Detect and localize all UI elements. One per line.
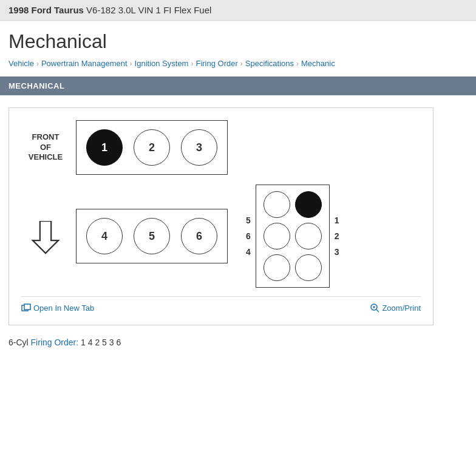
coil-label-1: 1 (335, 215, 339, 225)
svg-marker-0 (33, 221, 58, 253)
vehicle-title-bold: 1998 Ford Taurus (8, 5, 84, 15)
open-in-new-tab-link[interactable]: Open In New Tab (21, 304, 94, 313)
sep-4: › (240, 59, 243, 68)
coil-label-2: 2 (335, 231, 339, 241)
bottom-left-section: 4 5 6 (21, 209, 228, 263)
sep-5: › (296, 59, 299, 68)
coil-labels-left: 5 6 4 (246, 215, 251, 257)
firing-order-value: 1 4 2 5 3 6 (81, 337, 121, 347)
page-content: Mechanical Vehicle › Powertrain Manageme… (0, 21, 476, 68)
coil-circle-5L (264, 191, 290, 218)
svg-line-4 (376, 310, 379, 312)
top-cylinder-row: FRONTOFVEHICLE 1 2 3 (21, 120, 228, 175)
zoom-icon (370, 303, 379, 313)
breadcrumb-specifications[interactable]: Specifications (245, 59, 294, 68)
cylinder-1: 1 (86, 129, 123, 166)
coil-label-5: 5 (246, 215, 251, 225)
cyl-label: 6-Cyl (8, 337, 29, 347)
top-cylinder-box: 1 2 3 (76, 120, 228, 175)
diagram-container: FRONTOFVEHICLE 1 2 3 4 5 6 (8, 107, 433, 325)
section-header: MECHANICAL (0, 76, 476, 95)
breadcrumb-powertrain[interactable]: Powertrain Management (41, 59, 127, 68)
vehicle-title-rest: V6-182 3.0L VIN 1 FI Flex Fuel (84, 5, 211, 15)
page-title: Mechanical (8, 30, 467, 53)
breadcrumb-ignition[interactable]: Ignition System (135, 59, 189, 68)
zoom-print-link[interactable]: Zoom/Print (370, 303, 421, 313)
sep-2: › (130, 59, 132, 68)
cylinder-6: 6 (181, 218, 217, 254)
top-bar: 1998 Ford Taurus V6-182 3.0L VIN 1 FI Fl… (0, 0, 476, 21)
svg-rect-2 (24, 304, 30, 310)
coil-circles-grid (256, 185, 330, 288)
coil-circle-1R (295, 191, 322, 218)
coil-label-3: 3 (335, 247, 339, 257)
coil-circle-3R (295, 254, 322, 281)
diagram-footer: Open In New Tab Zoom/Print (21, 296, 421, 313)
breadcrumb-vehicle[interactable]: Vehicle (8, 59, 34, 68)
coil-circle-2R (295, 223, 322, 249)
firing-order-label: Firing Order: (31, 337, 79, 347)
cylinder-2: 2 (134, 129, 170, 166)
breadcrumb-firing-order[interactable]: Firing Order (195, 59, 237, 68)
bottom-section: 4 5 6 5 6 4 (21, 185, 339, 288)
arrow-area (21, 219, 70, 254)
coil-circle-6L (264, 223, 290, 249)
firing-order-section: 6-Cyl Firing Order: 1 4 2 5 3 6 (0, 325, 476, 359)
down-arrow-icon (30, 221, 61, 254)
cylinder-4: 4 (86, 218, 123, 254)
coil-diagram: 5 6 4 1 2 3 (246, 185, 339, 288)
bottom-cylinder-box: 4 5 6 (76, 209, 228, 263)
coil-circle-4L (264, 254, 290, 281)
sep-3: › (191, 59, 193, 68)
coil-label-6: 6 (246, 231, 251, 241)
front-of-vehicle-label: FRONTOFVEHICLE (21, 132, 70, 163)
breadcrumb-mechanical[interactable]: Mechanic (301, 59, 335, 68)
diagram-inner: FRONTOFVEHICLE 1 2 3 4 5 6 (21, 120, 421, 288)
sep-1: › (36, 59, 39, 68)
breadcrumb: Vehicle › Powertrain Management › Igniti… (8, 59, 467, 68)
open-tab-icon (21, 304, 31, 312)
coil-labels-right: 1 2 3 (335, 215, 339, 257)
coil-label-4: 4 (246, 247, 251, 257)
cylinder-5: 5 (134, 218, 170, 254)
cylinder-3: 3 (181, 129, 217, 166)
